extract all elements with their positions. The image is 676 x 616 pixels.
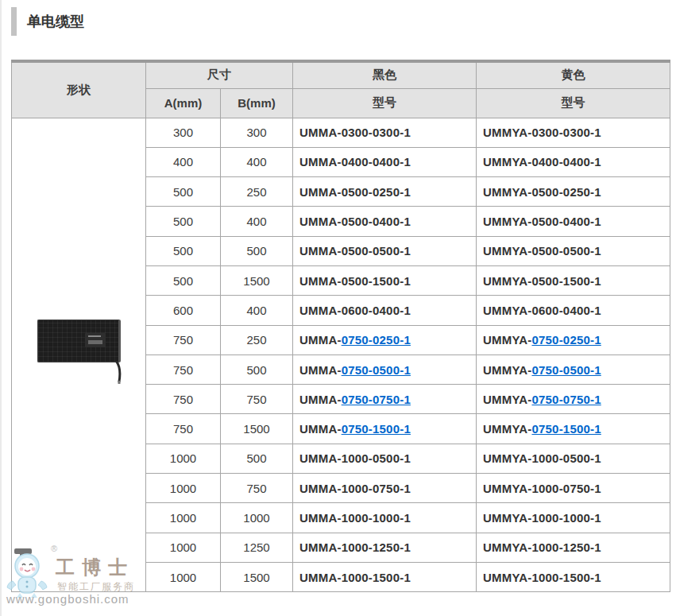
cell-yellow-model: UMMYA-0500-0500-1 — [477, 236, 670, 265]
black-model-prefix: UMMA-1000-1000-1 — [299, 511, 411, 525]
cell-b-value: 1500 — [221, 265, 293, 295]
header-size: 尺寸 — [146, 61, 293, 88]
cell-b-value: 400 — [221, 296, 293, 325]
b-value: 1000 — [243, 511, 269, 525]
b-value: 500 — [246, 363, 266, 377]
cell-black-model: UMMA-1000-0500-1 — [293, 444, 477, 473]
yellow-model-link[interactable]: 0750-1500-1 — [531, 422, 601, 436]
a-value: 1000 — [170, 451, 196, 465]
cell-black-model: UMMA-0500-0500-1 — [293, 236, 477, 265]
cell-black-model: UMMA-0400-0400-1 — [293, 147, 477, 176]
b-value: 1500 — [243, 571, 269, 584]
cell-a-value: 500 — [146, 265, 221, 295]
cell-a-value: 600 — [146, 296, 221, 325]
black-model-prefix: UMMA-0500-0250-1 — [299, 185, 411, 199]
black-model-prefix: UMMA-1000-1250-1 — [299, 540, 411, 554]
black-model-prefix: UMMA- — [299, 422, 342, 436]
cell-black-model: UMMA-1000-1250-1 — [293, 533, 477, 562]
cable-graphic — [113, 361, 124, 385]
cell-b-value: 250 — [221, 177, 293, 207]
cell-b-value: 500 — [221, 236, 293, 265]
cell-yellow-model: UMMYA-0500-0400-1 — [477, 207, 670, 236]
black-model-link[interactable]: 0750-1500-1 — [342, 422, 411, 436]
cell-b-value: 1000 — [221, 503, 293, 533]
header-black-model: 型号 — [293, 88, 477, 118]
cell-b-value: 250 — [221, 325, 293, 354]
black-model-prefix: UMMA-0500-0400-1 — [299, 215, 411, 228]
table-row: 300 300 UMMA-0300-0300-1 UMMYA-0300-0300… — [12, 118, 670, 147]
cell-yellow-model: UMMYA-0500-1500-1 — [477, 265, 670, 295]
cell-a-value: 1000 — [146, 474, 221, 503]
black-model-prefix: UMMA-0400-0400-1 — [299, 155, 411, 169]
safety-mat-graphic — [37, 320, 121, 362]
b-value: 500 — [246, 244, 266, 258]
black-model-link[interactable]: 0750-0750-1 — [342, 393, 411, 406]
cell-black-model: UMMA-0750-0250-1 — [293, 325, 477, 354]
b-value: 1250 — [243, 540, 269, 554]
shape-image-cell — [12, 118, 146, 592]
cell-a-value: 500 — [146, 207, 221, 236]
yellow-model-prefix: UMMYA-0400-0400-1 — [483, 155, 601, 169]
a-value: 1000 — [170, 571, 196, 584]
a-value: 750 — [173, 363, 193, 377]
cell-a-value: 750 — [146, 385, 221, 414]
black-model-prefix: UMMA- — [299, 333, 342, 347]
a-value: 600 — [173, 304, 193, 317]
yellow-model-link[interactable]: 0750-0500-1 — [531, 363, 601, 377]
b-value: 400 — [246, 155, 266, 169]
cell-b-value: 1250 — [221, 533, 293, 562]
cell-yellow-model: UMMYA-0750-0500-1 — [477, 354, 670, 384]
header-yellow: 黄色 — [477, 61, 670, 88]
cell-a-value: 400 — [146, 147, 221, 176]
cell-a-value: 1000 — [146, 533, 221, 562]
cell-a-value: 750 — [146, 325, 221, 354]
a-value: 300 — [173, 126, 193, 139]
cell-a-value: 1000 — [146, 503, 221, 533]
a-value: 500 — [173, 185, 193, 199]
cell-yellow-model: UMMYA-1000-0750-1 — [477, 474, 670, 503]
title-accent-bar — [11, 7, 17, 36]
a-value: 400 — [173, 155, 193, 169]
header-a-mm: A(mm) — [146, 88, 221, 118]
b-value: 400 — [246, 304, 266, 317]
cell-yellow-model: UMMYA-0300-0300-1 — [477, 118, 670, 147]
black-model-link[interactable]: 0750-0500-1 — [342, 363, 411, 377]
cell-b-value: 400 — [221, 147, 293, 176]
watermark-brand: 工博士 — [56, 555, 134, 580]
cell-black-model: UMMA-0750-1500-1 — [293, 414, 477, 444]
cell-yellow-model: UMMYA-0500-0250-1 — [477, 177, 670, 207]
cell-yellow-model: UMMYA-1000-1250-1 — [477, 533, 670, 562]
cell-a-value: 750 — [146, 354, 221, 384]
cell-a-value: 1000 — [146, 562, 221, 591]
cell-yellow-model: UMMYA-1000-1500-1 — [477, 562, 670, 591]
cell-yellow-model: UMMYA-0750-1500-1 — [477, 414, 670, 444]
yellow-model-prefix: UMMYA- — [483, 393, 531, 406]
yellow-model-prefix: UMMYA-0500-0400-1 — [483, 215, 601, 228]
a-value: 750 — [173, 393, 193, 406]
gongboshi-watermark: ® 工博士 智能工厂服务商 www.gongboshi.com — [6, 544, 133, 607]
yellow-model-link[interactable]: 0750-0750-1 — [531, 393, 601, 406]
cell-yellow-model: UMMYA-0400-0400-1 — [477, 147, 670, 176]
black-model-prefix: UMMA-0300-0300-1 — [299, 126, 411, 139]
header-b-mm: B(mm) — [221, 88, 293, 118]
yellow-model-prefix: UMMYA-0500-0500-1 — [483, 244, 601, 258]
cell-a-value: 300 — [146, 118, 221, 147]
cell-black-model: UMMA-1000-0750-1 — [293, 474, 477, 503]
cell-yellow-model: UMMYA-0750-0750-1 — [477, 385, 670, 414]
yellow-model-prefix: UMMYA-1000-1500-1 — [483, 571, 601, 584]
cell-black-model: UMMA-1000-1000-1 — [293, 503, 477, 533]
cell-b-value: 1500 — [221, 562, 293, 591]
black-model-link[interactable]: 0750-0250-1 — [342, 333, 411, 347]
page-title: 单电缆型 — [27, 12, 84, 31]
cell-b-value: 500 — [221, 354, 293, 384]
cell-black-model: UMMA-0500-0400-1 — [293, 207, 477, 236]
yellow-model-link[interactable]: 0750-0250-1 — [531, 333, 601, 347]
registered-mark: ® — [51, 544, 57, 553]
cell-b-value: 750 — [221, 474, 293, 503]
black-model-prefix: UMMA-1000-1500-1 — [299, 571, 411, 584]
black-model-prefix: UMMA-1000-0500-1 — [299, 451, 411, 465]
cell-black-model: UMMA-1000-1500-1 — [293, 562, 477, 591]
section-title: 单电缆型 — [11, 6, 84, 37]
a-value: 750 — [173, 333, 193, 347]
header-yellow-model: 型号 — [477, 88, 670, 118]
